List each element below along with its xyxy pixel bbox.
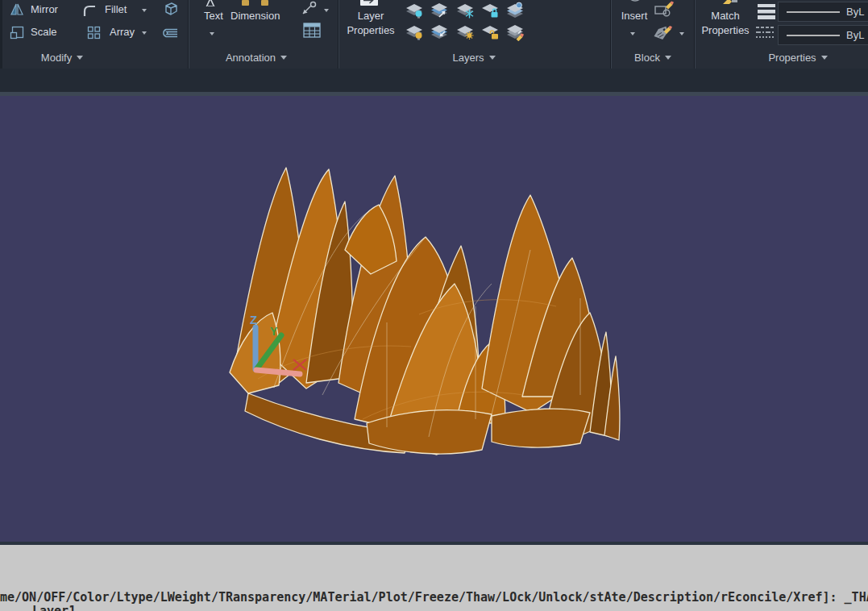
ucs-z-label: Z [250, 313, 257, 326]
layers-panel-expand-icon [489, 56, 496, 60]
leader-dropdown-caret-icon[interactable] [324, 8, 329, 12]
lineweight-select[interactable]: ByL [778, 25, 868, 45]
scale-button[interactable]: Scale [31, 26, 57, 38]
3d-shell-model: Z Y [226, 153, 625, 459]
block-edit-icon[interactable] [654, 0, 675, 18]
color-swatch-line [785, 10, 841, 15]
insert-block-icon [626, 0, 644, 5]
layer-on-all-icon[interactable] [405, 23, 424, 41]
layer-unlock-icon[interactable] [480, 23, 500, 41]
insert-dropdown-caret-icon[interactable] [630, 31, 635, 35]
object-color-value: ByL [846, 6, 864, 18]
linetype-icon[interactable] [756, 25, 775, 41]
modify-panel-expand-icon [77, 56, 83, 60]
attribute-edit-icon[interactable] [652, 24, 673, 42]
insert-button[interactable]: Insert [613, 10, 655, 22]
layer-lock-icon[interactable] [480, 2, 500, 19]
properties-panel: Match Properties ByL ByL Properties [696, 0, 868, 69]
command-prompt-text: me/ON/OFF/Color/Ltype/LWeight/TRansparen… [0, 590, 868, 605]
array-button[interactable]: Array [110, 26, 135, 38]
object-color-select[interactable]: ByL [778, 2, 868, 22]
array-icon [87, 26, 101, 39]
scale-icon [10, 25, 24, 39]
block-panel-expand-icon [665, 56, 671, 60]
annotation-panel: Text Dimension Annotation [189, 0, 338, 69]
modify-panel-label-text: Modify [41, 52, 72, 64]
dimension-button[interactable]: Dimension [230, 10, 280, 22]
layer-properties-button-line2[interactable]: Properties [343, 24, 399, 36]
block-panel-label[interactable]: Block [621, 50, 685, 64]
block-panel-label-text: Block [634, 52, 660, 64]
layer-properties-icon [359, 0, 379, 7]
document-tab-bar [0, 69, 868, 92]
fillet-icon [82, 3, 97, 18]
explode-box-icon[interactable] [161, 1, 179, 17]
command-line-area[interactable]: me/ON/OFF/Color/Ltype/LWeight/TRansparen… [0, 545, 868, 611]
annotation-panel-label[interactable]: Annotation [206, 50, 306, 64]
layer-states-icon[interactable] [505, 2, 525, 19]
table-icon[interactable] [303, 23, 321, 38]
command-input-text: Layer1 [32, 604, 76, 611]
layer-off-icon[interactable] [405, 2, 424, 19]
block-panel: Insert Block [612, 0, 694, 69]
text-tool-icon [200, 0, 221, 6]
properties-panel-expand-icon [821, 56, 828, 60]
modify-panel: Mirror Fillet Scale Array Modify [0, 0, 188, 69]
join-icon[interactable] [160, 27, 179, 39]
leader-icon[interactable] [300, 1, 318, 17]
layers-panel-label-text: Layers [452, 52, 484, 64]
annotation-panel-label-text: Annotation [226, 52, 276, 64]
lineweight-swatch-line [785, 33, 841, 38]
layer-isolate-icon[interactable] [430, 2, 449, 19]
lineweight-value: ByL [846, 29, 864, 41]
text-button[interactable]: Text [198, 10, 229, 22]
layer-properties-button[interactable]: Layer [343, 10, 399, 22]
properties-panel-label-text: Properties [768, 52, 816, 64]
fillet-button[interactable]: Fillet [105, 3, 127, 15]
layers-panel-label[interactable]: Layers [435, 50, 513, 64]
array-dropdown-caret-icon[interactable] [142, 31, 147, 35]
layer-match-icon[interactable] [505, 23, 525, 41]
match-properties-button[interactable]: Match [696, 10, 755, 22]
ucs-y-label: Y [270, 325, 278, 338]
match-properties-icon [720, 0, 739, 4]
mirror-icon [10, 2, 24, 17]
layers-panel: Layer Properties [339, 0, 610, 69]
lineweight-icon[interactable] [758, 3, 775, 19]
text-dropdown-caret-icon[interactable] [210, 31, 214, 35]
drawing-viewport[interactable]: Z Y [0, 96, 868, 542]
dimension-tool-icon [239, 0, 274, 6]
annotation-panel-expand-icon [280, 56, 287, 60]
layer-unisolate-icon[interactable] [430, 23, 449, 41]
modify-panel-label[interactable]: Modify [22, 50, 102, 64]
properties-panel-label[interactable]: Properties [750, 50, 846, 64]
mirror-button[interactable]: Mirror [31, 3, 58, 15]
layer-thaw-all-icon[interactable] [455, 23, 475, 41]
match-properties-button-line2[interactable]: Properties [696, 24, 755, 36]
layer-freeze-icon[interactable] [455, 2, 475, 19]
ribbon: Mirror Fillet Scale Array Modify [0, 0, 868, 69]
fillet-dropdown-caret-icon[interactable] [142, 8, 147, 12]
attribute-dropdown-caret-icon[interactable] [679, 31, 684, 35]
